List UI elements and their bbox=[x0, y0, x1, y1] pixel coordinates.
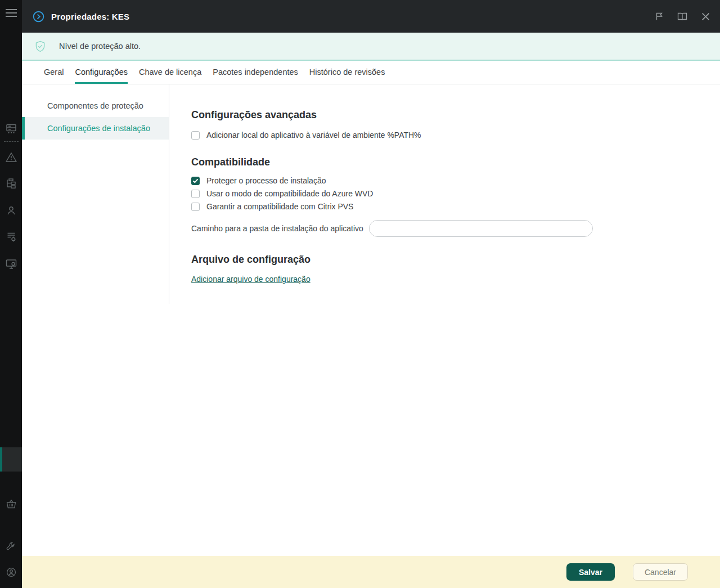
tab-chave-de-licenca[interactable]: Chave de licença bbox=[139, 61, 201, 84]
add-config-file-link[interactable]: Adicionar arquivo de configuração bbox=[191, 275, 310, 284]
devices-icon[interactable] bbox=[0, 123, 22, 134]
section-title-config-file: Arquivo de configuração bbox=[191, 253, 720, 266]
tasks-icon[interactable] bbox=[0, 259, 22, 270]
alerts-icon[interactable] bbox=[0, 152, 22, 163]
install-path-field-row: Caminho para a pasta de instalação do ap… bbox=[191, 220, 720, 237]
section-title-compatibility: Compatibilidade bbox=[191, 156, 720, 168]
users-icon[interactable] bbox=[0, 205, 22, 216]
checkbox-label: Adicionar local do aplicativo à variável… bbox=[206, 131, 421, 140]
checkbox-row-azure-wvd: Usar o modo de compatibilidade do Azure … bbox=[191, 189, 720, 198]
protection-banner: Nível de proteção alto. bbox=[22, 33, 720, 61]
checkbox-protect-install[interactable] bbox=[191, 177, 200, 185]
protection-banner-text: Nível de proteção alto. bbox=[59, 42, 141, 51]
close-icon[interactable] bbox=[701, 12, 710, 21]
compatibility-checkbox-group: Proteger o processo de instalação Usar o… bbox=[191, 176, 720, 211]
checkbox-row-protect-install: Proteger o processo de instalação bbox=[191, 176, 720, 185]
app-sidebar bbox=[0, 0, 22, 588]
help-book-icon[interactable] bbox=[677, 12, 688, 21]
tab-pacotes-independentes[interactable]: Pacotes independentes bbox=[213, 61, 298, 84]
subnav-item-configuracoes-de-instalacao[interactable]: Configurações de instalação bbox=[22, 117, 169, 140]
window-title: Propriedades: KES bbox=[51, 12, 129, 21]
sidebar-divider bbox=[4, 141, 19, 142]
install-path-input[interactable] bbox=[369, 220, 593, 237]
main-column: Propriedades: KES Ní bbox=[22, 0, 720, 588]
cancel-button[interactable]: Cancelar bbox=[633, 563, 688, 581]
menu-icon[interactable] bbox=[0, 8, 22, 18]
tab-geral[interactable]: Geral bbox=[44, 61, 64, 84]
marketplace-icon[interactable] bbox=[0, 499, 22, 509]
content-area: Componentes de proteção Configurações de… bbox=[22, 84, 720, 556]
checkbox-label: Proteger o processo de instalação bbox=[206, 176, 326, 185]
hierarchy-icon[interactable] bbox=[0, 178, 22, 189]
subnav-item-componentes-de-protecao[interactable]: Componentes de proteção bbox=[22, 95, 169, 117]
checkbox-azure-wvd[interactable] bbox=[191, 190, 200, 198]
shield-check-icon bbox=[35, 41, 46, 52]
checkbox-citrix-pvs[interactable] bbox=[191, 203, 200, 211]
policies-icon[interactable] bbox=[0, 232, 22, 242]
tab-bar: Geral Configurações Chave de licença Pac… bbox=[22, 61, 720, 84]
checkbox-path-env[interactable] bbox=[191, 131, 200, 140]
settings-subnav: Componentes de proteção Configurações de… bbox=[22, 84, 169, 556]
window-header: Propriedades: KES bbox=[22, 0, 720, 33]
save-button[interactable]: Salvar bbox=[566, 563, 615, 581]
circle-chevron-icon bbox=[33, 11, 44, 23]
account-icon[interactable] bbox=[0, 567, 22, 577]
header-left: Propriedades: KES bbox=[22, 11, 655, 23]
console-settings-icon[interactable] bbox=[0, 541, 22, 551]
install-path-label: Caminho para a pasta de instalação do ap… bbox=[191, 224, 363, 233]
section-title-advanced: Configurações avançadas bbox=[191, 109, 720, 121]
header-actions bbox=[655, 12, 720, 21]
settings-panel: Configurações avançadas Adicionar local … bbox=[169, 84, 720, 556]
tab-configuracoes[interactable]: Configurações bbox=[75, 61, 128, 84]
checkbox-label: Garantir a compatibilidade com Citrix PV… bbox=[206, 202, 353, 211]
flag-icon[interactable] bbox=[655, 12, 664, 21]
footer-bar: Salvar Cancelar bbox=[22, 556, 720, 588]
checkbox-row-path-env: Adicionar local do aplicativo à variável… bbox=[191, 131, 720, 140]
subnav-divider bbox=[169, 84, 169, 304]
tab-historico-de-revisoes[interactable]: Histórico de revisões bbox=[309, 61, 385, 84]
sidebar-item-selected[interactable] bbox=[0, 447, 22, 472]
checkbox-row-citrix-pvs: Garantir a compatibilidade com Citrix PV… bbox=[191, 202, 720, 211]
checkbox-label: Usar o modo de compatibilidade do Azure … bbox=[206, 189, 373, 198]
